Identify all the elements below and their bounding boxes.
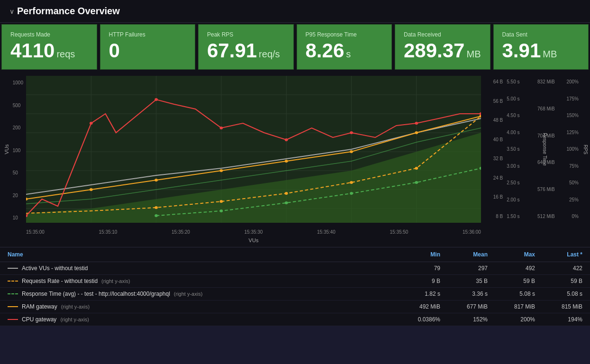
row-min: 9 B bbox=[393, 278, 440, 284]
x-axis-container: 15:35:00 15:35:10 15:35:20 15:35:30 15:3… bbox=[0, 228, 590, 247]
resp-axis: 5.50 s 5.00 s 4.50 s 4.00 s 3.50 s 3.00 … bbox=[505, 76, 528, 223]
table-row: RAM gateway (right y-axis) 492 MiB 677 M… bbox=[0, 300, 590, 313]
svg-point-40 bbox=[350, 131, 353, 134]
svg-point-26 bbox=[350, 181, 353, 184]
svg-point-33 bbox=[415, 181, 418, 184]
row-mean: 35 B bbox=[440, 278, 488, 284]
metric-card-peak-rps: Peak RPS 67.91 req/s bbox=[198, 24, 294, 70]
table-row: CPU gateway (right y-axis) 0.0386% 152% … bbox=[0, 313, 590, 326]
row-max: 5.08 s bbox=[488, 291, 535, 297]
row-name-suffix: (right y-axis) bbox=[60, 317, 89, 322]
metric-value: 67.91 req/s bbox=[207, 41, 285, 61]
row-name-text: Requests Rate - without testid bbox=[22, 278, 98, 284]
metric-label: P95 Response Time bbox=[306, 31, 383, 38]
table-row: Requests Rate - without testid (right y-… bbox=[0, 275, 590, 288]
svg-point-29 bbox=[154, 214, 158, 217]
collapse-icon[interactable]: ∨ bbox=[9, 8, 14, 15]
row-min: 492 MiB bbox=[393, 303, 440, 310]
right-axes: 64 B 56 B 48 B 40 B 32 B 24 B 16 B 8 B 5… bbox=[481, 76, 590, 223]
col-header-last: Last * bbox=[535, 251, 582, 258]
row-mean: 677 MiB bbox=[440, 303, 488, 310]
x-tick: 15:35:40 bbox=[317, 229, 336, 235]
metric-card-http-failures: HTTP Failures 0 bbox=[100, 24, 196, 70]
row-name-text: Active VUs - without testid bbox=[22, 265, 88, 272]
x-ticks: 15:35:00 15:35:10 15:35:20 15:35:30 15:3… bbox=[26, 228, 481, 237]
pct-tick: 0% bbox=[572, 214, 579, 219]
svg-point-39 bbox=[285, 138, 288, 141]
svg-point-19 bbox=[285, 160, 288, 163]
row-last: 5.08 s bbox=[535, 291, 582, 297]
resp-tick: 1.50 s bbox=[507, 214, 519, 219]
svg-point-20 bbox=[350, 150, 353, 153]
legend-line-orange-dashed bbox=[8, 281, 18, 282]
row-max: 200% bbox=[488, 316, 535, 323]
pct-axis: 200% 175% 150% 125% 100% 75% 50% 25% 0% bbox=[557, 76, 581, 223]
pct-tick: 150% bbox=[566, 113, 579, 118]
metric-card-data-sent: Data Sent 3.91 MB bbox=[493, 24, 589, 70]
row-mean: 152% bbox=[440, 316, 488, 323]
metrics-row: Requests Made 4110 reqs HTTP Failures 0 … bbox=[0, 22, 590, 71]
metric-label: HTTP Failures bbox=[109, 31, 187, 38]
x-tick: 15:35:50 bbox=[390, 229, 408, 235]
resp-time-label: Response Time bbox=[542, 133, 547, 165]
y-tick: 10 bbox=[13, 216, 23, 220]
resp-tick: 2.00 s bbox=[507, 198, 519, 202]
x-tick: 15:35:20 bbox=[172, 229, 190, 235]
row-name-cell: Active VUs - without testid bbox=[8, 265, 393, 272]
resp-tick: 3.50 s bbox=[507, 147, 519, 152]
legend-line-green-dashed bbox=[8, 293, 18, 294]
svg-point-31 bbox=[285, 201, 288, 204]
y-tick: 1000 bbox=[13, 81, 23, 85]
svg-point-23 bbox=[154, 206, 158, 209]
rps-tick: 32 B bbox=[493, 156, 503, 161]
chart-svg bbox=[26, 76, 481, 223]
pct-tick: 100% bbox=[566, 147, 579, 152]
pct-tick: 25% bbox=[569, 198, 579, 202]
x-tick: 15:35:30 bbox=[245, 229, 263, 235]
row-name-text: CPU gateway bbox=[22, 316, 56, 323]
metric-card-p95-response-time: P95 Response Time 8.26 s bbox=[297, 24, 392, 70]
metric-value: 8.26 s bbox=[306, 41, 383, 61]
row-mean: 297 bbox=[440, 265, 488, 272]
metric-number: 67.91 bbox=[207, 41, 257, 61]
resp-tick: 3.00 s bbox=[507, 164, 519, 169]
metric-unit: MB bbox=[543, 49, 557, 59]
table-section: Name Min Mean Max Last * Active VUs - wi… bbox=[0, 247, 590, 326]
row-last: 59 B bbox=[535, 278, 582, 284]
y-tick: 500 bbox=[13, 103, 23, 108]
x-axis-label: VUs bbox=[26, 237, 481, 247]
svg-point-37 bbox=[154, 98, 158, 101]
y-tick: 20 bbox=[13, 193, 23, 198]
col-header-min: Min bbox=[393, 251, 440, 258]
data-tick: 576 MiB bbox=[537, 187, 555, 192]
rps-tick: 16 B bbox=[493, 195, 503, 200]
row-name-suffix: (right y-axis) bbox=[174, 291, 203, 297]
rps-axis: 64 B 56 B 48 B 40 B 32 B 24 B 16 B 8 B bbox=[481, 76, 505, 223]
data-tick: 832 MiB bbox=[537, 80, 555, 84]
y-tick: 50 bbox=[13, 171, 23, 175]
row-max: 492 bbox=[488, 265, 535, 272]
pct-tick: 125% bbox=[566, 130, 579, 135]
resp-tick: 5.00 s bbox=[507, 97, 519, 101]
y-tick: 200 bbox=[13, 126, 23, 130]
metric-value: 0 bbox=[109, 41, 187, 61]
metric-label: Peak RPS bbox=[207, 31, 285, 38]
pct-tick: 75% bbox=[569, 164, 579, 169]
y-tick: 100 bbox=[13, 148, 23, 153]
svg-point-21 bbox=[415, 131, 418, 134]
y-axis-label: VUs bbox=[4, 145, 9, 155]
table-row: Active VUs - without testid 79 297 492 4… bbox=[0, 262, 590, 275]
rps-tick: 48 B bbox=[493, 118, 503, 123]
svg-point-30 bbox=[220, 209, 223, 212]
row-name-text: Response Time (avg) - - test - http://lo… bbox=[22, 291, 170, 297]
svg-point-16 bbox=[90, 188, 93, 191]
rps-label: RPS bbox=[583, 145, 588, 155]
resp-tick: 5.50 s bbox=[507, 80, 519, 84]
row-min: 1.82 s bbox=[393, 291, 440, 297]
data-tick: 768 MiB bbox=[537, 107, 555, 111]
table-header: Name Min Mean Max Last * bbox=[0, 247, 590, 262]
row-mean: 3.36 s bbox=[440, 291, 488, 297]
x-tick: 15:35:10 bbox=[99, 229, 118, 235]
header: ∨ Performance Overview bbox=[0, 0, 590, 22]
rps-tick: 40 B bbox=[493, 137, 503, 142]
